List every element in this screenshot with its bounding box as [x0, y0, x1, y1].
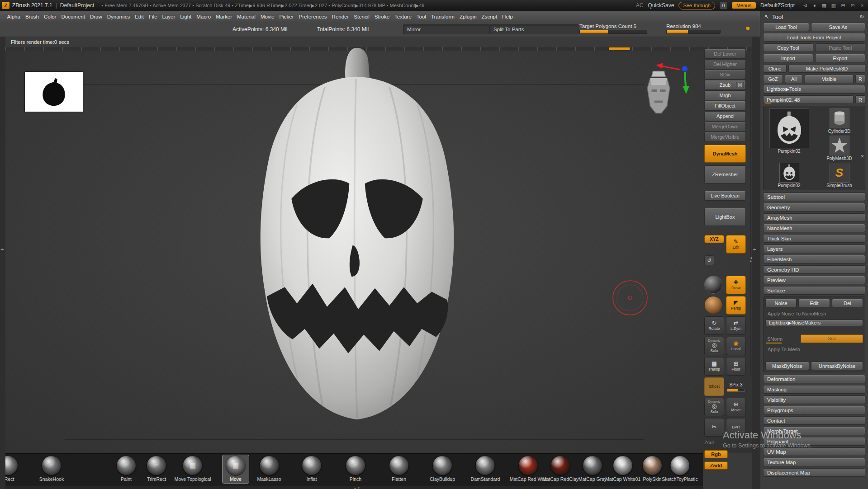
- pumpkin-model[interactable]: [213, 41, 503, 447]
- see-through-value[interactable]: 0: [720, 2, 727, 9]
- menu-item[interactable]: Movie: [258, 13, 277, 20]
- spix-slider-track[interactable]: [727, 389, 745, 392]
- local-button[interactable]: ◉ Local: [726, 337, 746, 355]
- brush-move[interactable]: ▦ Move: [222, 455, 249, 484]
- floor-button[interactable]: ⊞ Floor: [726, 357, 746, 376]
- menu-item[interactable]: Transform: [428, 13, 457, 20]
- menu-item[interactable]: Edit: [133, 13, 147, 20]
- brush-maskrect[interactable]: kRect: [5, 456, 18, 482]
- spix-slider[interactable]: SPix 3: [726, 377, 746, 396]
- polyskin[interactable]: PolySkin: [643, 456, 662, 482]
- noise-button[interactable]: Noise: [765, 299, 797, 307]
- sketchtoyplastic[interactable]: SketchToyPlastic: [662, 456, 697, 482]
- save-as-button[interactable]: Save As: [811, 23, 865, 31]
- tool-section-header[interactable]: Geometry: [763, 203, 865, 212]
- tool-section-header[interactable]: FiberMesh: [763, 255, 865, 263]
- copy-tool-button[interactable]: Copy Tool: [763, 43, 813, 52]
- menu-item[interactable]: Dynamics: [104, 13, 132, 20]
- menu-item[interactable]: Document: [59, 13, 87, 20]
- load-tools-from-project-button[interactable]: Load Tools From Project: [763, 33, 865, 42]
- persp-button[interactable]: ◤ Persp: [726, 296, 746, 315]
- target-polygons-track[interactable]: [579, 30, 647, 34]
- goz-visible-button[interactable]: Visible: [805, 75, 854, 83]
- canvas-scrollbar[interactable]: [750, 69, 751, 376]
- goz-button[interactable]: GoZ: [763, 75, 783, 83]
- pumpkin02-thumbnail[interactable]: [779, 163, 799, 183]
- current-material-sphere[interactable]: [704, 276, 722, 294]
- dynamesh-button[interactable]: DynaMesh: [704, 145, 746, 163]
- brush-move-topological[interactable]: ▦ Move Topological: [175, 456, 211, 482]
- tool-section-header[interactable]: NanoMesh: [763, 224, 865, 232]
- edit-mode-button[interactable]: ✎ Edit: [726, 235, 746, 254]
- brush-paint[interactable]: Paint: [117, 456, 136, 482]
- lightbox-noisemakers-button[interactable]: Lightbox▶NoiseMakers: [765, 320, 863, 326]
- tool-section-header[interactable]: Masking: [763, 385, 865, 394]
- brush-claybuildup[interactable]: ClayBuildup: [430, 456, 455, 482]
- zsub-button[interactable]: Zsub M: [704, 80, 746, 90]
- grid-layout-icon[interactable]: ▦: [821, 3, 827, 9]
- palette-refresh-icon[interactable]: ↻: [858, 14, 865, 20]
- bpr-render-button[interactable]: BPR: [726, 418, 746, 437]
- simplebrush-thumbnail[interactable]: S: [830, 163, 849, 183]
- matcap-red-wax[interactable]: MatCap Red Wax: [510, 456, 547, 482]
- canvas-scroll-arrows[interactable]: ◂ ▸: [750, 256, 752, 263]
- export-button[interactable]: Export: [815, 54, 865, 62]
- tool-section-header[interactable]: ArrayMesh: [763, 213, 865, 222]
- mergedown-button[interactable]: MergeDown: [704, 122, 746, 132]
- apply-to-mesh-button[interactable]: Apply To Mesh: [765, 345, 863, 353]
- tool-section-header[interactable]: Deformation: [763, 375, 865, 383]
- menu-item[interactable]: Tool: [414, 13, 428, 20]
- menu-item[interactable]: Draw: [87, 13, 104, 20]
- scroll-up-icon[interactable]: ▲: [354, 487, 356, 489]
- minimize-icon[interactable]: ⊟: [840, 3, 846, 9]
- import-button[interactable]: Import: [763, 54, 813, 62]
- menu-item[interactable]: File: [147, 13, 160, 20]
- menu-item[interactable]: Zscript: [479, 13, 500, 20]
- zremesher-button[interactable]: ZRemesher: [704, 165, 746, 183]
- dynamic-solo-button-2[interactable]: Dynamic ◎ Solo: [704, 398, 724, 416]
- palette-pointer-icon[interactable]: ↖: [763, 14, 770, 20]
- close-icon[interactable]: ×: [859, 3, 865, 9]
- split-to-parts-field[interactable]: Split To Parts: [489, 24, 579, 34]
- goz-all-button[interactable]: All: [785, 75, 803, 83]
- rotate-view-icon[interactable]: ↺: [704, 255, 714, 265]
- resolution-slider[interactable]: Resolution 984: [666, 24, 721, 34]
- menu-item[interactable]: Texture: [392, 13, 414, 20]
- move-mode-button[interactable]: ⊕ Move: [726, 398, 746, 416]
- menu-item[interactable]: Marker: [213, 13, 235, 20]
- tool-section-header-surface[interactable]: Surface: [763, 286, 865, 295]
- default-zscript-button[interactable]: DefaultZScript: [760, 2, 795, 9]
- menus-button[interactable]: Menus: [732, 2, 756, 9]
- fillobject-button[interactable]: FillObject: [704, 101, 746, 111]
- tool-section-header[interactable]: Morph Target: [763, 427, 865, 435]
- tool-r-button[interactable]: R: [855, 95, 865, 104]
- menu-item[interactable]: Stencil: [351, 13, 372, 20]
- menu-item[interactable]: Macro: [194, 13, 213, 20]
- axis-gizmo-icon[interactable]: [652, 62, 697, 99]
- menu-item[interactable]: Light: [178, 13, 194, 20]
- mirror-field[interactable]: Mirror: [403, 24, 490, 34]
- menu-item[interactable]: Brush: [23, 13, 41, 20]
- zadd-button[interactable]: Zadd: [704, 461, 728, 470]
- append-button[interactable]: Append: [704, 111, 746, 121]
- tool-section-header[interactable]: UV Map: [763, 447, 865, 456]
- menu-item[interactable]: Render: [329, 13, 351, 20]
- target-polygons-slider[interactable]: Target Polygons Count 5: [579, 24, 647, 34]
- scroll-down-icon[interactable]: ▼: [357, 487, 360, 489]
- live-boolean-button[interactable]: Live Boolean: [704, 191, 746, 201]
- matcap-white01[interactable]: MatCap White01: [605, 456, 640, 482]
- xyz-button[interactable]: XYZ: [704, 235, 724, 243]
- right-tray-handle[interactable]: ◂▸: [753, 248, 756, 251]
- left-tray-handle[interactable]: ◂▸: [0, 248, 4, 251]
- maskbynoise-button[interactable]: MaskByNoise: [765, 362, 809, 370]
- menu-item[interactable]: Material: [235, 13, 258, 20]
- polymesh3d-thumbnail[interactable]: [830, 136, 849, 155]
- matcap-redclay[interactable]: MatCap RedClay: [542, 456, 579, 482]
- see-through-button[interactable]: See-through: [678, 2, 715, 9]
- tool-section-header[interactable]: Displacement Map: [763, 468, 865, 477]
- noise-del-button[interactable]: Del: [832, 299, 863, 307]
- quicksave-button[interactable]: QuickSave: [648, 2, 674, 9]
- brush-damstandard[interactable]: DamStandard: [471, 456, 500, 482]
- mrgb-button[interactable]: Mrgb: [704, 90, 746, 100]
- lightbox-tools-button[interactable]: Lightbox▶Tools: [763, 85, 865, 94]
